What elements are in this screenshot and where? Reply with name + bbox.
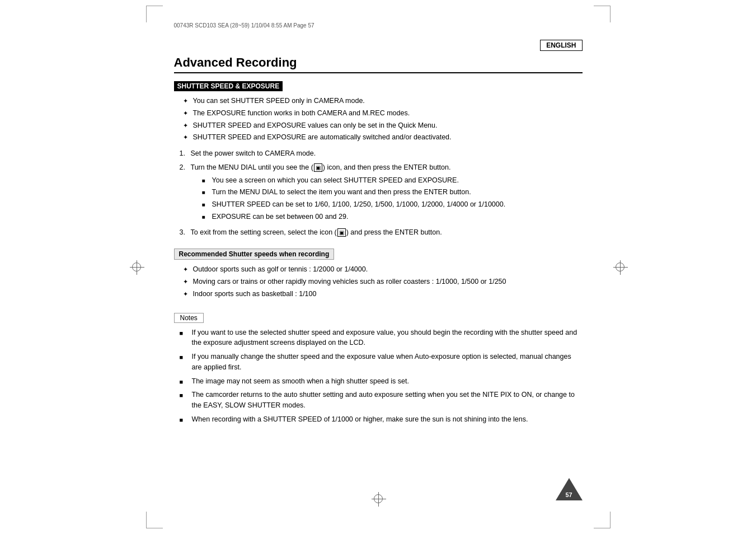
speeds-bullets: Outdoor sports such as golf or tennis : … bbox=[174, 264, 583, 299]
notes-section: Notes If you want to use the selected sh… bbox=[174, 305, 583, 425]
notes-item: If you manually change the shutter speed… bbox=[180, 352, 583, 373]
crosshair-right bbox=[616, 263, 624, 271]
list-item: You can set SHUTTER SPEED only in CAMERA… bbox=[183, 96, 583, 106]
list-item: Outdoor sports such as golf or tennis : … bbox=[183, 264, 583, 275]
shutter-intro-bullets: You can set SHUTTER SPEED only in CAMERA… bbox=[174, 96, 583, 143]
header-bar: ENGLISH bbox=[174, 40, 583, 51]
corner-decoration-br bbox=[594, 512, 611, 528]
notes-item: If you want to use the selected shutter … bbox=[180, 327, 583, 349]
step-2-subbullets: You see a screen on which you can select… bbox=[191, 175, 506, 222]
list-item: Moving cars or trains or other rapidly m… bbox=[183, 277, 583, 287]
list-item: EXPOSURE can be set between 00 and 29. bbox=[202, 212, 506, 222]
step-3: 3. To exit from the setting screen, sele… bbox=[180, 227, 583, 238]
crosshair-left bbox=[132, 263, 141, 271]
step-1: 1. Set the power switch to CAMERA mode. bbox=[180, 148, 583, 159]
section-heading-shutter: SHUTTER SPEED & EXPOSURE bbox=[174, 81, 283, 91]
section-recommended-speeds: Recommended Shutter speeds when recordin… bbox=[174, 243, 583, 299]
doc-header: 00743R SCD103 SEA (28~59) 1/10/04 8:55 A… bbox=[174, 22, 583, 29]
menu-dial-icon: ▣ bbox=[314, 163, 322, 172]
list-item: SHUTTER SPEED and EXPOSURE values can on… bbox=[183, 120, 583, 131]
list-item: Indoor sports such as basketball : 1/100 bbox=[183, 289, 583, 299]
list-item: Turn the MENU DIAL to select the item yo… bbox=[202, 187, 506, 198]
page-title: Advanced Recording bbox=[174, 55, 583, 73]
corner-decoration-tl bbox=[146, 6, 163, 22]
section-shutter-speed: SHUTTER SPEED & EXPOSURE You can set SHU… bbox=[174, 81, 583, 237]
list-item: SHUTTER SPEED and EXPOSURE are automatic… bbox=[183, 132, 583, 143]
list-item: You see a screen on which you can select… bbox=[202, 175, 506, 186]
page-number-container: 57 bbox=[556, 478, 583, 500]
crosshair-bottom-center bbox=[374, 494, 383, 503]
exit-icon: ▣ bbox=[337, 228, 346, 237]
notes-list: If you want to use the selected shutter … bbox=[174, 327, 583, 425]
subsection-heading-speeds: Recommended Shutter speeds when recordin… bbox=[174, 249, 335, 260]
list-item: SHUTTER SPEED can be set to 1/60, 1/100,… bbox=[202, 199, 506, 210]
list-item: The EXPOSURE function works in both CAME… bbox=[183, 108, 583, 119]
notes-item: When recording with a SHUTTER SPEED of 1… bbox=[180, 414, 583, 425]
corner-decoration-bl bbox=[146, 512, 163, 528]
shutter-steps: 1. Set the power switch to CAMERA mode. … bbox=[174, 148, 583, 237]
corner-decoration-tr bbox=[594, 6, 611, 22]
page-number-text: 57 bbox=[556, 491, 583, 498]
english-badge: ENGLISH bbox=[540, 40, 582, 51]
notes-label: Notes bbox=[174, 313, 204, 323]
step-2: 2. Turn the MENU DIAL until you see the … bbox=[180, 162, 583, 224]
notes-item: The image may not seem as smooth when a … bbox=[180, 376, 583, 387]
notes-item: The camcorder returns to the auto shutte… bbox=[180, 390, 583, 411]
